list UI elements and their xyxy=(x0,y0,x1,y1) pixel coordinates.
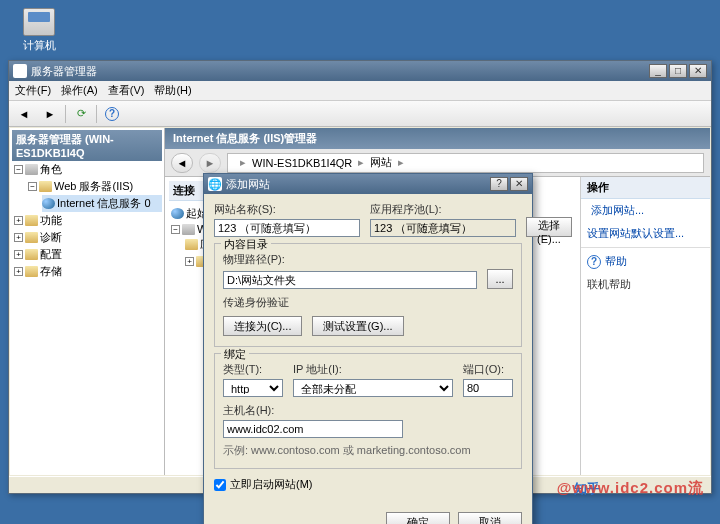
server-manager-icon: 🗄 xyxy=(13,64,27,78)
menu-view[interactable]: 查看(V) xyxy=(108,83,145,98)
action-set-defaults[interactable]: 设置网站默认设置... xyxy=(581,222,710,245)
physical-path-input[interactable] xyxy=(223,271,477,289)
tree-header: 服务器管理器 (WIN-ES1DKB1I4Q xyxy=(12,130,162,161)
ip-label: IP 地址(I): xyxy=(293,362,453,377)
action-add-website[interactable]: 添加网站... xyxy=(581,199,710,222)
action-help[interactable]: ?帮助 xyxy=(581,250,710,273)
nav-forward-button[interactable]: ► xyxy=(199,153,221,173)
server-manager-toolbar: ◄ ► ⟳ ? xyxy=(9,101,711,127)
toolbar-divider xyxy=(65,105,66,123)
breadcrumb-server[interactable]: WIN-ES1DKB1I4QR xyxy=(252,157,352,169)
host-label: 主机名(H): xyxy=(223,403,513,418)
host-input[interactable] xyxy=(223,420,403,438)
server-manager-title: 服务器管理器 xyxy=(31,64,97,79)
help-icon: ? xyxy=(587,255,601,269)
menu-help[interactable]: 帮助(H) xyxy=(154,83,191,98)
dialog-close-button[interactable]: ✕ xyxy=(510,177,528,191)
start-now-checkbox[interactable]: 立即启动网站(M) xyxy=(214,477,522,492)
add-website-dialog: 🌐 添加网站 ? ✕ 网站名称(S): 应用程序池(L): 选择(E)... 内… xyxy=(203,173,533,524)
dialog-help-button[interactable]: ? xyxy=(490,177,508,191)
desktop-computer-label: 计算机 xyxy=(14,38,64,53)
port-label: 端口(O): xyxy=(463,362,513,377)
tree-web-server[interactable]: −Web 服务器(IIS) xyxy=(28,178,162,195)
connect-as-button[interactable]: 连接为(C)... xyxy=(223,316,302,336)
select-pool-button[interactable]: 选择(E)... xyxy=(526,217,572,237)
type-label: 类型(T): xyxy=(223,362,283,377)
menu-action[interactable]: 操作(A) xyxy=(61,83,98,98)
help-button[interactable]: ? xyxy=(101,104,123,124)
menu-file[interactable]: 文件(F) xyxy=(15,83,51,98)
actions-pane: 操作 添加网站... 设置网站默认设置... ?帮助 联机帮助 xyxy=(580,177,710,475)
binding-group-label: 绑定 xyxy=(221,347,249,362)
test-settings-button[interactable]: 测试设置(G)... xyxy=(312,316,403,336)
breadcrumb[interactable]: ▸ WIN-ES1DKB1I4QR ▸ 网站 ▸ xyxy=(227,153,704,173)
start-now-label: 立即启动网站(M) xyxy=(230,477,313,492)
physical-path-label: 物理路径(P): xyxy=(223,252,513,267)
server-manager-tree: −角色 −Web 服务器(IIS) Internet 信息服务 0 +功能 +诊… xyxy=(12,161,162,280)
site-name-label: 网站名称(S): xyxy=(214,202,360,217)
minimize-button[interactable]: _ xyxy=(649,64,667,78)
nav-back-button[interactable]: ◄ xyxy=(171,153,193,173)
desktop-computer-icon[interactable]: 计算机 xyxy=(14,8,64,53)
monitor-icon xyxy=(23,8,55,36)
ip-select[interactable]: 全部未分配 xyxy=(293,379,453,397)
server-manager-tree-pane: 服务器管理器 (WIN-ES1DKB1I4Q −角色 −Web 服务器(IIS)… xyxy=(10,128,165,475)
tree-iis[interactable]: Internet 信息服务 0 xyxy=(42,195,162,212)
action-online-help[interactable]: 联机帮助 xyxy=(581,273,710,296)
close-button[interactable]: ✕ xyxy=(689,64,707,78)
tree-configuration[interactable]: +配置 xyxy=(14,246,162,263)
tree-roles[interactable]: −角色 xyxy=(14,161,162,178)
port-input[interactable] xyxy=(463,379,513,397)
dialog-title: 添加网站 xyxy=(226,177,270,192)
tree-features[interactable]: +功能 xyxy=(14,212,162,229)
refresh-button[interactable]: ⟳ xyxy=(70,104,92,124)
back-button[interactable]: ◄ xyxy=(13,104,35,124)
dialog-icon: 🌐 xyxy=(208,177,222,191)
content-directory-group: 内容目录 物理路径(P): ... 传递身份验证 连接为(C)... 测试设置(… xyxy=(214,243,522,347)
chevron-right-icon: ▸ xyxy=(398,156,404,169)
cancel-button[interactable]: 取消 xyxy=(458,512,522,524)
watermark-text: @www.idc2.com流 xyxy=(557,479,704,498)
start-now-input[interactable] xyxy=(214,479,226,491)
breadcrumb-sites[interactable]: 网站 xyxy=(370,155,392,170)
app-pool-input xyxy=(370,219,516,237)
chevron-right-icon: ▸ xyxy=(358,156,364,169)
site-name-input[interactable] xyxy=(214,219,360,237)
server-manager-titlebar[interactable]: 🗄 服务器管理器 _ □ ✕ xyxy=(9,61,711,81)
iis-manager-title: Internet 信息服务 (IIS)管理器 xyxy=(165,128,710,149)
toolbar-divider xyxy=(96,105,97,123)
dialog-titlebar[interactable]: 🌐 添加网站 ? ✕ xyxy=(204,174,532,194)
actions-header: 操作 xyxy=(581,177,710,199)
maximize-button[interactable]: □ xyxy=(669,64,687,78)
ok-button[interactable]: 确定 xyxy=(386,512,450,524)
tree-storage[interactable]: +存储 xyxy=(14,263,162,280)
tree-diagnostics[interactable]: +诊断 xyxy=(14,229,162,246)
app-pool-label: 应用程序池(L): xyxy=(370,202,516,217)
host-example: 示例: www.contoso.com 或 marketing.contoso.… xyxy=(223,443,513,458)
chevron-right-icon: ▸ xyxy=(240,156,246,169)
browse-button[interactable]: ... xyxy=(487,269,513,289)
type-select[interactable]: http xyxy=(223,379,283,397)
server-manager-menubar: 文件(F) 操作(A) 查看(V) 帮助(H) xyxy=(9,81,711,101)
content-group-label: 内容目录 xyxy=(221,237,271,252)
forward-button[interactable]: ► xyxy=(39,104,61,124)
binding-group: 绑定 类型(T): http IP 地址(I): 全部未分配 端口(O): 主机… xyxy=(214,353,522,469)
passthru-label: 传递身份验证 xyxy=(223,295,513,310)
